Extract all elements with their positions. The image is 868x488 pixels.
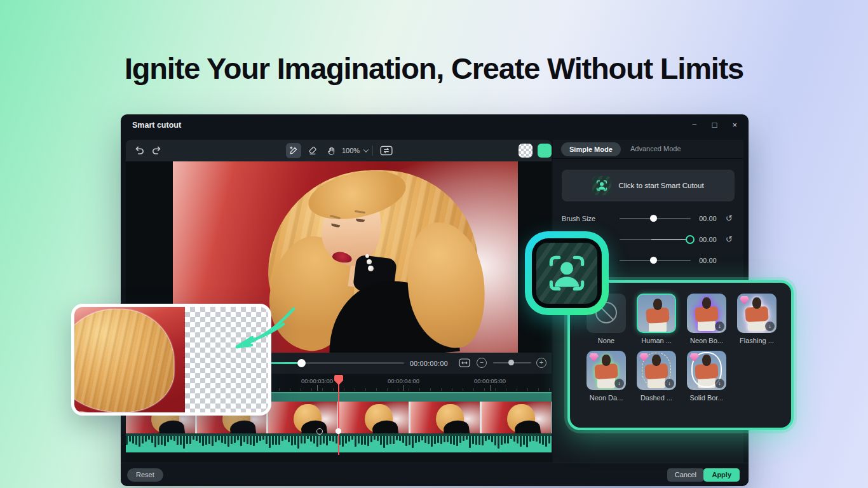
filmstrip-frame — [339, 402, 409, 433]
zoom-level-dropdown[interactable]: 100% — [342, 147, 368, 154]
effect-solid-border-tile[interactable]: ↓ — [687, 351, 726, 390]
effect-item-human[interactable]: Human ... — [635, 294, 677, 344]
active-keyframe-dot[interactable] — [336, 428, 341, 434]
reset-slider-icon[interactable]: ↺ — [726, 214, 733, 223]
zoom-level-value: 100% — [342, 147, 360, 154]
download-icon: ↓ — [765, 322, 775, 331]
mode-tabs: Simple Mode Advanced Mode — [553, 140, 743, 159]
hand-icon — [327, 146, 336, 156]
effect-item-flashing[interactable]: ↓ Flashing ... — [736, 294, 778, 344]
close-button[interactable]: × — [732, 121, 737, 129]
download-icon: ↓ — [715, 322, 724, 331]
effect-label: Human ... — [635, 337, 677, 344]
slider-3-value: 00.00 — [689, 257, 717, 264]
brush-icon — [288, 146, 299, 156]
undo-icon[interactable] — [133, 145, 145, 156]
window-controls: − □ × — [692, 121, 737, 129]
green-background-swatch[interactable] — [538, 144, 552, 158]
start-smart-cutout-button[interactable]: Click to start Smart Cutout — [562, 170, 735, 201]
download-icon: ↓ — [665, 379, 674, 388]
compare-view-button[interactable] — [380, 145, 393, 156]
smart-cutout-icon — [592, 176, 611, 195]
effect-label: Flashing ... — [736, 337, 778, 344]
compare-icon — [380, 145, 393, 156]
ruler-mark: 00:00:03:00 — [301, 377, 333, 384]
slider-3-knob[interactable] — [650, 257, 657, 264]
playhead-line — [338, 375, 339, 455]
reset-slider-icon[interactable]: ↺ — [726, 234, 733, 244]
hand-tool-button[interactable] — [323, 143, 339, 158]
window-footer: Reset Cancel Apply — [121, 463, 749, 486]
person-cutout-icon — [536, 243, 597, 304]
keyframe-marker[interactable] — [316, 428, 323, 435]
effect-neon-border-tile[interactable]: ↓ — [687, 294, 726, 333]
canvas-toolbar: 100% — [126, 140, 552, 161]
effect-flashing-tile[interactable]: ↓ — [737, 294, 776, 333]
slider-2-value: 00.00 — [689, 236, 717, 243]
brush-size-row: Brush Size 00.00 ↺ — [553, 209, 743, 228]
minimize-button[interactable]: − — [692, 121, 697, 129]
zoom-out-button[interactable]: − — [477, 358, 487, 368]
window-title: Smart cutout — [132, 121, 181, 130]
ruler-mark: 00:00:04:00 — [388, 377, 419, 384]
effects-grid: None Human ... ↓ Neon Bo... ↓ — [585, 294, 778, 402]
seek-knob[interactable] — [297, 359, 306, 367]
zoom-in-button[interactable]: + — [536, 358, 546, 368]
badge-inner — [532, 238, 602, 308]
tab-advanced-mode[interactable]: Advanced Mode — [630, 145, 681, 152]
apply-button[interactable]: Apply — [703, 468, 740, 482]
download-icon: ↓ — [715, 379, 724, 388]
filmstrip-frame — [410, 402, 480, 433]
page-title: Ignite Your Imagination, Create Without … — [0, 51, 868, 86]
annotation-arrow — [222, 299, 305, 356]
effect-label: Neon Da... — [585, 394, 627, 402]
cancel-button[interactable]: Cancel — [667, 468, 704, 482]
timeline-zoom-knob[interactable] — [508, 360, 514, 365]
filmstrip-frame — [482, 402, 551, 433]
chevron-down-icon — [363, 147, 369, 152]
eraser-icon — [308, 146, 318, 156]
effect-dashed-tile[interactable]: ↓ — [637, 351, 676, 390]
tab-simple-mode[interactable]: Simple Mode — [561, 142, 621, 156]
effect-label: Dashed ... — [635, 394, 677, 402]
fit-timeline-button[interactable] — [459, 358, 470, 367]
filmstrip-frame — [268, 402, 337, 433]
effect-item-dashed[interactable]: ↓ Dashed ... — [635, 351, 677, 402]
effect-thumbnail — [638, 295, 675, 332]
maximize-button[interactable]: □ — [712, 121, 717, 129]
smart-cutout-feature-badge — [525, 231, 609, 315]
slider-2-fill — [651, 239, 691, 240]
effect-item-neon-border[interactable]: ↓ Neon Bo... — [686, 294, 728, 344]
fit-width-icon — [459, 358, 470, 367]
current-timecode: 00:00:00:00 — [410, 360, 454, 367]
page: Ignite Your Imagination, Create Without … — [0, 0, 868, 488]
effect-label: Neon Bo... — [686, 337, 728, 344]
brush-tool-button[interactable] — [286, 143, 301, 158]
eraser-tool-button[interactable] — [305, 143, 320, 158]
start-smart-cutout-label: Click to start Smart Cutout — [618, 182, 703, 189]
effect-label: None — [585, 337, 627, 344]
ruler-mark: 00:00:05:00 — [474, 377, 506, 384]
brush-size-value: 00.00 — [689, 215, 717, 222]
effect-label: Solid Bor... — [686, 394, 728, 402]
reset-button[interactable]: Reset — [127, 468, 163, 482]
window-titlebar: Smart cutout − □ × — [121, 114, 749, 135]
effect-neon-dash-tile[interactable]: ↓ — [587, 351, 626, 390]
brush-size-label: Brush Size — [562, 215, 595, 222]
effect-item-solid-border[interactable]: ↓ Solid Bor... — [686, 351, 728, 402]
brush-size-knob[interactable] — [650, 215, 657, 222]
effect-human-tile[interactable] — [637, 294, 676, 333]
transparent-background-swatch[interactable] — [519, 144, 532, 158]
effect-item-neon-dash[interactable]: ↓ Neon Da... — [585, 351, 627, 402]
download-icon: ↓ — [614, 379, 624, 388]
toolbar-divider — [372, 146, 373, 156]
redo-icon[interactable] — [151, 145, 163, 156]
